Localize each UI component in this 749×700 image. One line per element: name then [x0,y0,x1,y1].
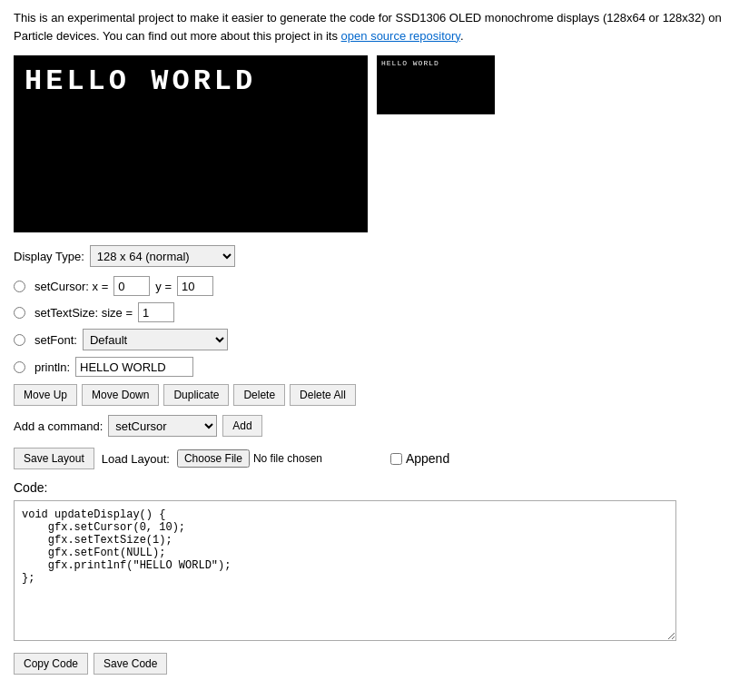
move-down-button[interactable]: Move Down [82,384,159,406]
code-buttons-row: Copy Code Save Code [14,653,735,675]
println-label: println: [34,360,70,374]
display-type-select[interactable]: 128 x 64 (normal) 128 x 32 [90,245,235,267]
command-radio-setCursor[interactable] [14,281,25,292]
load-layout-file[interactable] [177,449,383,468]
set-cursor-y-label: y = [155,280,172,293]
delete-all-button[interactable]: Delete All [290,384,356,406]
set-cursor-x-input[interactable] [113,276,150,296]
set-cursor-label: setCursor: x = [34,280,108,293]
set-cursor-y-input[interactable] [177,276,213,296]
display-type-row: Display Type: 128 x 64 (normal) 128 x 32 [14,245,735,267]
set-font-select[interactable]: Default FreeMono9pt7b FreeSans9pt7b [83,329,228,350]
command-radio-println[interactable] [14,361,25,373]
save-load-row: Save Layout Load Layout: Append [14,448,735,469]
command-set-cursor: setCursor: x = y = [14,276,735,296]
preview-large-text: HELLO WORLD [25,64,256,98]
code-textarea[interactable]: void updateDisplay() { gfx.setCursor(0, … [14,500,676,641]
command-radio-setFont[interactable] [14,334,25,346]
code-section: Code: void updateDisplay() { gfx.setCurs… [14,480,735,675]
append-label: Append [406,451,449,466]
preview-small-text: HELLO WORLD [381,59,439,67]
append-checkbox[interactable] [390,453,402,465]
add-command-select[interactable]: setCursor setTextSize setFont println dr… [108,415,217,437]
command-println: println: [14,357,735,377]
command-set-text-size: setTextSize: size = [14,302,735,322]
command-buttons-row: Move Up Move Down Duplicate Delete Delet… [14,384,735,406]
set-text-size-input[interactable] [138,302,174,322]
save-code-button[interactable]: Save Code [94,653,167,675]
duplicate-button[interactable]: Duplicate [163,384,229,406]
add-command-row: Add a command: setCursor setTextSize set… [14,415,735,437]
intro-paragraph: This is an experimental project to make … [14,9,735,44]
command-set-font: setFont: Default FreeMono9pt7b FreeSans9… [14,329,735,350]
code-label: Code: [14,480,735,495]
display-type-label: Display Type: [14,250,84,263]
preview-small: HELLO WORLD [377,55,495,114]
set-text-size-label: setTextSize: size = [34,306,133,320]
repo-link[interactable]: open source repository [341,29,460,43]
commands-list: setCursor: x = y = setTextSize: size = s… [14,276,735,377]
set-font-label: setFont: [34,333,77,347]
append-row: Append [390,451,449,466]
add-command-label: Add a command: [14,419,103,433]
load-layout-label: Load Layout: [102,452,170,466]
preview-large: HELLO WORLD [14,55,368,232]
delete-button[interactable]: Delete [233,384,285,406]
save-layout-button[interactable]: Save Layout [14,448,94,469]
copy-code-button[interactable]: Copy Code [14,653,88,675]
preview-section: HELLO WORLD HELLO WORLD [14,55,735,232]
move-up-button[interactable]: Move Up [14,384,77,406]
command-radio-setTextSize[interactable] [14,307,25,319]
add-command-button[interactable]: Add [222,415,261,437]
println-input[interactable] [75,357,193,377]
